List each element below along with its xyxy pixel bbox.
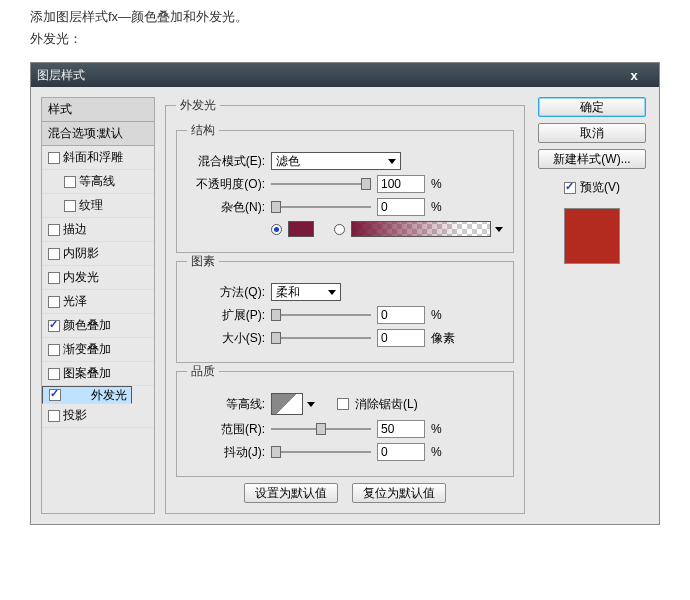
sidebar-item-10[interactable]: 外发光 bbox=[42, 386, 132, 404]
chevron-down-icon bbox=[495, 227, 503, 232]
technique-value: 柔和 bbox=[276, 284, 300, 301]
close-icon[interactable]: x bbox=[615, 66, 653, 84]
technique-label: 方法(Q): bbox=[187, 284, 265, 301]
size-label: 大小(S): bbox=[187, 330, 265, 347]
intro-text-1: 添加图层样式fx—颜色叠加和外发光。 bbox=[0, 0, 690, 30]
sidebar-item-4[interactable]: 内阴影 bbox=[42, 242, 154, 266]
sidebar-checkbox[interactable] bbox=[64, 200, 76, 212]
jitter-label: 抖动(J): bbox=[187, 444, 265, 461]
contour-label: 等高线: bbox=[187, 396, 265, 413]
sidebar-checkbox[interactable] bbox=[64, 176, 76, 188]
sidebar-item-label: 等高线 bbox=[79, 173, 115, 190]
sidebar-item-label: 图案叠加 bbox=[63, 365, 111, 382]
sidebar-header-blend[interactable]: 混合选项:默认 bbox=[42, 122, 154, 146]
style-sidebar: 样式 混合选项:默认 斜面和浮雕等高线纹理描边内阴影内发光光泽颜色叠加渐变叠加图… bbox=[41, 97, 155, 514]
new-style-button[interactable]: 新建样式(W)... bbox=[538, 149, 646, 169]
sidebar-item-3[interactable]: 描边 bbox=[42, 218, 154, 242]
quality-group: 品质 等高线: 消除锯齿(L) 范围(R): % bbox=[176, 363, 514, 477]
glow-color-swatch[interactable] bbox=[288, 221, 314, 237]
color-radio[interactable] bbox=[271, 224, 282, 235]
chevron-down-icon bbox=[328, 290, 336, 295]
spread-slider[interactable] bbox=[271, 308, 371, 322]
sidebar-item-label: 颜色叠加 bbox=[63, 317, 111, 334]
sidebar-checkbox[interactable] bbox=[48, 272, 60, 284]
sidebar-item-label: 内阴影 bbox=[63, 245, 99, 262]
range-input[interactable] bbox=[377, 420, 425, 438]
technique-select[interactable]: 柔和 bbox=[271, 283, 341, 301]
opacity-slider[interactable] bbox=[271, 177, 371, 191]
noise-input[interactable] bbox=[377, 198, 425, 216]
set-default-button[interactable]: 设置为默认值 bbox=[244, 483, 338, 503]
sidebar-item-2[interactable]: 纹理 bbox=[42, 194, 154, 218]
structure-group: 结构 混合模式(E): 滤色 不透明度(O): % bbox=[176, 122, 514, 253]
sidebar-checkbox[interactable] bbox=[48, 224, 60, 236]
sidebar-item-label: 投影 bbox=[63, 407, 87, 424]
right-column: 确定 取消 新建样式(W)... 预览(V) bbox=[535, 97, 649, 514]
range-slider[interactable] bbox=[271, 422, 371, 436]
sidebar-item-label: 斜面和浮雕 bbox=[63, 149, 123, 166]
sidebar-checkbox[interactable] bbox=[48, 248, 60, 260]
sidebar-item-label: 渐变叠加 bbox=[63, 341, 111, 358]
jitter-unit: % bbox=[431, 445, 459, 459]
noise-label: 杂色(N): bbox=[187, 199, 265, 216]
size-unit: 像素 bbox=[431, 330, 459, 347]
opacity-label: 不透明度(O): bbox=[187, 176, 265, 193]
outer-glow-fieldset: 外发光 结构 混合模式(E): 滤色 不透明度(O): % bbox=[165, 97, 525, 514]
main-panel: 外发光 结构 混合模式(E): 滤色 不透明度(O): % bbox=[165, 97, 525, 514]
preview-checkbox[interactable] bbox=[564, 182, 576, 194]
sidebar-checkbox[interactable] bbox=[48, 320, 60, 332]
noise-slider[interactable] bbox=[271, 200, 371, 214]
sidebar-checkbox[interactable] bbox=[48, 296, 60, 308]
sidebar-item-label: 描边 bbox=[63, 221, 87, 238]
spread-label: 扩展(P): bbox=[187, 307, 265, 324]
dialog-title: 图层样式 bbox=[37, 67, 615, 84]
reset-default-button[interactable]: 复位为默认值 bbox=[352, 483, 446, 503]
size-input[interactable] bbox=[377, 329, 425, 347]
panel-title: 外发光 bbox=[176, 97, 220, 114]
blend-mode-value: 滤色 bbox=[276, 153, 300, 170]
layer-style-dialog: 图层样式 x 样式 混合选项:默认 斜面和浮雕等高线纹理描边内阴影内发光光泽颜色… bbox=[30, 62, 660, 525]
chevron-down-icon bbox=[388, 159, 396, 164]
range-unit: % bbox=[431, 422, 459, 436]
chevron-down-icon bbox=[307, 402, 315, 407]
sidebar-item-0[interactable]: 斜面和浮雕 bbox=[42, 146, 154, 170]
sidebar-item-7[interactable]: 颜色叠加 bbox=[42, 314, 154, 338]
sidebar-header-styles[interactable]: 样式 bbox=[42, 98, 154, 122]
jitter-input[interactable] bbox=[377, 443, 425, 461]
structure-title: 结构 bbox=[187, 122, 219, 139]
size-slider[interactable] bbox=[271, 331, 371, 345]
sidebar-checkbox[interactable] bbox=[48, 368, 60, 380]
range-label: 范围(R): bbox=[187, 421, 265, 438]
ok-button[interactable]: 确定 bbox=[538, 97, 646, 117]
sidebar-checkbox[interactable] bbox=[48, 344, 60, 356]
contour-picker[interactable] bbox=[271, 393, 315, 415]
sidebar-item-6[interactable]: 光泽 bbox=[42, 290, 154, 314]
sidebar-item-1[interactable]: 等高线 bbox=[42, 170, 154, 194]
opacity-unit: % bbox=[431, 177, 459, 191]
sidebar-item-label: 外发光 bbox=[91, 387, 127, 404]
spread-input[interactable] bbox=[377, 306, 425, 324]
sidebar-item-9[interactable]: 图案叠加 bbox=[42, 362, 154, 386]
gradient-picker[interactable] bbox=[351, 221, 503, 237]
element-title: 图素 bbox=[187, 253, 219, 270]
blend-mode-select[interactable]: 滤色 bbox=[271, 152, 401, 170]
sidebar-item-11[interactable]: 投影 bbox=[42, 404, 154, 428]
titlebar[interactable]: 图层样式 x bbox=[31, 63, 659, 87]
gradient-radio[interactable] bbox=[334, 224, 345, 235]
sidebar-item-5[interactable]: 内发光 bbox=[42, 266, 154, 290]
antialias-checkbox[interactable] bbox=[337, 398, 349, 410]
sidebar-item-label: 纹理 bbox=[79, 197, 103, 214]
jitter-slider[interactable] bbox=[271, 445, 371, 459]
opacity-input[interactable] bbox=[377, 175, 425, 193]
sidebar-checkbox[interactable] bbox=[48, 410, 60, 422]
quality-title: 品质 bbox=[187, 363, 219, 380]
sidebar-item-label: 光泽 bbox=[63, 293, 87, 310]
sidebar-item-8[interactable]: 渐变叠加 bbox=[42, 338, 154, 362]
cancel-button[interactable]: 取消 bbox=[538, 123, 646, 143]
spread-unit: % bbox=[431, 308, 459, 322]
intro-text-2: 外发光： bbox=[0, 30, 690, 62]
preview-swatch bbox=[564, 208, 620, 264]
noise-unit: % bbox=[431, 200, 459, 214]
sidebar-checkbox[interactable] bbox=[48, 152, 60, 164]
sidebar-checkbox[interactable] bbox=[49, 389, 61, 401]
